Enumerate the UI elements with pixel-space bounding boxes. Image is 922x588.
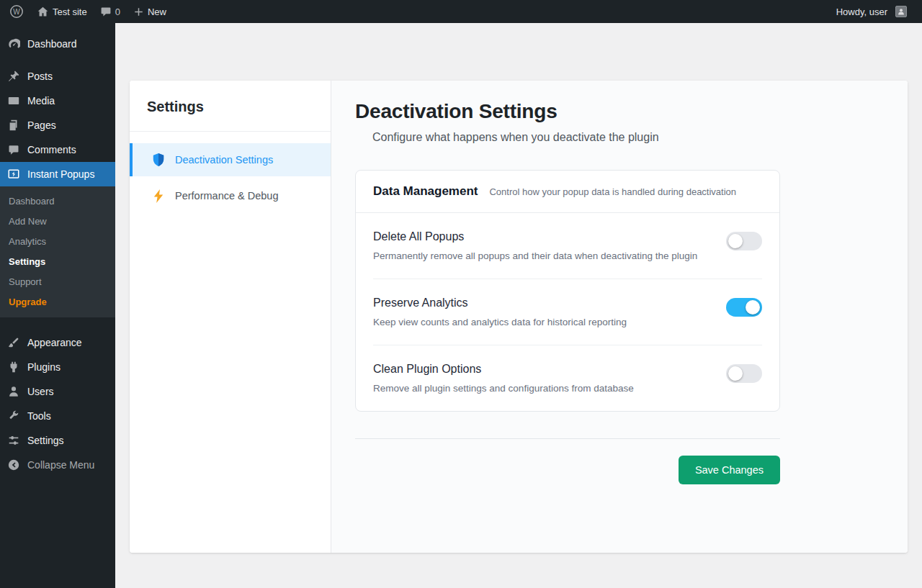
section-description: Control how your popup data is handled d… <box>489 186 736 197</box>
new-label: New <box>148 6 166 17</box>
sidebar-item-tools[interactable]: Tools <box>0 404 115 428</box>
plugin-settings-nav: Settings Deactivation Settings Performan… <box>130 81 331 553</box>
comments-icon <box>6 143 21 157</box>
nav-item-label: Performance & Debug <box>175 190 278 202</box>
admin-sidebar: Dashboard Posts Media Pages Comments Ins… <box>0 23 115 588</box>
toggle-preserve-analytics[interactable] <box>726 298 762 317</box>
account-menu[interactable]: Howdy, user <box>830 0 913 23</box>
site-name: Test site <box>53 6 87 17</box>
menu-separator <box>0 56 115 64</box>
submenu-label: Support <box>9 276 42 287</box>
sidebar-item-appearance[interactable]: Appearance <box>0 330 115 355</box>
sidebar-item-label: Comments <box>27 144 76 155</box>
user-avatar-icon <box>897 7 905 16</box>
nav-item-deactivation-settings[interactable]: Deactivation Settings <box>130 143 331 176</box>
comments-link[interactable]: 0 <box>94 0 127 23</box>
avatar <box>895 6 907 17</box>
data-management-section: Data Management Control how your popup d… <box>355 170 780 412</box>
posts-icon <box>6 69 21 83</box>
setting-description: Remove all plugin settings and configura… <box>373 383 634 394</box>
submenu-item-upgrade[interactable]: Upgrade <box>0 291 115 312</box>
settings-nav-title: Settings <box>147 99 313 115</box>
submenu-label: Upgrade <box>9 297 47 307</box>
new-content-button[interactable]: New <box>127 0 173 23</box>
admin-bar: W Test site 0 New Howdy, user <box>0 0 922 23</box>
submenu-label: Dashboard <box>9 196 55 207</box>
submenu-label: Analytics <box>9 236 46 247</box>
sidebar-item-comments[interactable]: Comments <box>0 137 115 162</box>
home-icon <box>37 6 49 18</box>
page-title: Deactivation Settings <box>355 100 908 123</box>
site-name-link[interactable]: Test site <box>30 0 94 23</box>
comment-icon <box>100 6 112 17</box>
submenu-item-dashboard[interactable]: Dashboard <box>0 191 115 211</box>
setting-label: Preserve Analytics <box>373 297 627 309</box>
setting-description: Permanently remove all popups and their … <box>373 250 697 261</box>
lightning-icon <box>151 189 166 203</box>
setting-label: Clean Plugin Options <box>373 363 634 376</box>
settings-nav-header: Settings <box>130 99 331 132</box>
setting-label: Delete All Popups <box>373 230 697 243</box>
sidebar-item-label: Posts <box>27 71 53 82</box>
submenu-item-support[interactable]: Support <box>0 271 115 291</box>
wp-logo[interactable]: W <box>3 0 30 23</box>
main-content: Settings Deactivation Settings Performan… <box>115 0 922 553</box>
sidebar-item-label: Appearance <box>27 337 82 348</box>
menu-separator <box>0 317 115 330</box>
save-changes-button[interactable]: Save Changes <box>679 456 780 484</box>
setting-row-delete-all-popups: Delete All Popups Permanently remove all… <box>373 213 762 279</box>
media-icon <box>6 94 21 108</box>
submenu-item-analytics[interactable]: Analytics <box>0 231 115 251</box>
settings-icon <box>6 433 21 448</box>
submenu-label: Settings <box>9 256 45 267</box>
footer-divider <box>355 438 780 439</box>
sidebar-item-posts[interactable]: Posts <box>0 64 115 89</box>
dashboard-icon <box>6 37 21 51</box>
sidebar-item-users[interactable]: Users <box>0 379 115 404</box>
page-subtitle: Configure what happens when you deactiva… <box>372 131 908 144</box>
howdy-text: Howdy, user <box>836 6 887 17</box>
pages-icon <box>6 118 21 132</box>
users-icon <box>6 384 21 399</box>
setting-description: Keep view counts and analytics data for … <box>373 317 627 327</box>
instant-popups-submenu: Dashboard Add New Analytics Settings Sup… <box>0 186 115 317</box>
sidebar-item-label: Dashboard <box>27 38 77 50</box>
plus-icon <box>133 6 144 17</box>
sidebar-item-pages[interactable]: Pages <box>0 113 115 137</box>
submenu-item-settings[interactable]: Settings <box>0 251 115 271</box>
instant-popups-icon <box>6 167 21 181</box>
toggle-clean-plugin-options[interactable] <box>726 364 762 383</box>
wordpress-icon: W <box>9 4 24 19</box>
sidebar-collapse-menu[interactable]: Collapse Menu <box>0 453 115 477</box>
section-header: Data Management Control how your popup d… <box>356 171 779 213</box>
toggle-delete-all-popups[interactable] <box>726 232 762 250</box>
submenu-item-add-new[interactable]: Add New <box>0 211 115 231</box>
shield-icon <box>151 153 166 167</box>
sidebar-item-settings[interactable]: Settings <box>0 428 115 453</box>
sidebar-item-media[interactable]: Media <box>0 89 115 113</box>
comments-count: 0 <box>115 6 120 17</box>
setting-row-preserve-analytics: Preserve Analytics Keep view counts and … <box>373 279 762 345</box>
sidebar-item-label: Plugins <box>27 361 61 373</box>
sidebar-item-dashboard[interactable]: Dashboard <box>0 32 115 56</box>
sidebar-item-plugins[interactable]: Plugins <box>0 355 115 379</box>
svg-text:W: W <box>13 8 20 16</box>
appearance-icon <box>6 335 21 350</box>
deactivation-settings-panel: Deactivation Settings Configure what hap… <box>331 81 908 553</box>
collapse-icon <box>6 458 21 472</box>
nav-item-label: Deactivation Settings <box>175 154 273 166</box>
tools-icon <box>6 409 21 423</box>
setting-row-clean-plugin-options: Clean Plugin Options Remove all plugin s… <box>373 345 762 411</box>
plugins-icon <box>6 360 21 374</box>
sidebar-item-label: Media <box>27 95 55 107</box>
sidebar-item-label: Pages <box>27 119 56 131</box>
sidebar-item-label: Instant Popups <box>27 168 94 180</box>
sidebar-item-label: Users <box>27 386 54 397</box>
sidebar-item-label: Collapse Menu <box>27 459 94 471</box>
sidebar-item-instant-popups[interactable]: Instant Popups <box>0 162 115 186</box>
sidebar-item-label: Tools <box>27 410 51 422</box>
settings-card: Settings Deactivation Settings Performan… <box>130 81 908 553</box>
submenu-label: Add New <box>9 216 47 227</box>
sidebar-item-label: Settings <box>27 435 64 446</box>
nav-item-performance-debug[interactable]: Performance & Debug <box>130 179 331 212</box>
